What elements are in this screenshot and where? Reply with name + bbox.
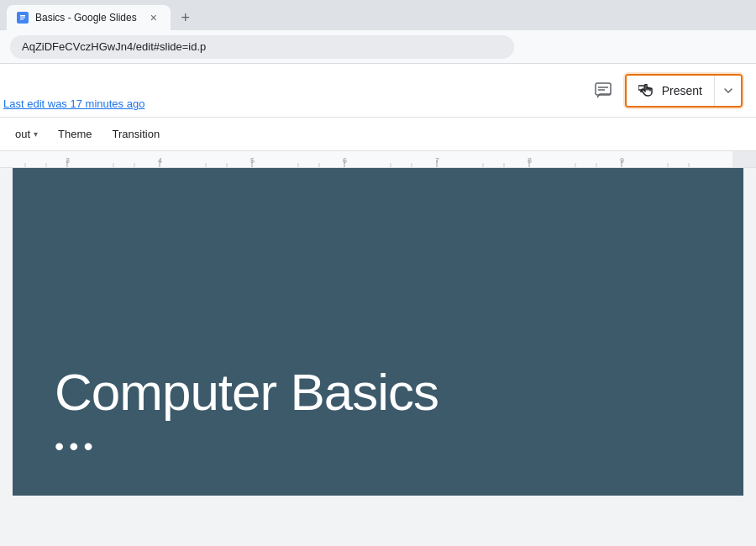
slide-title: Computer Basics (55, 364, 438, 421)
svg-text:8: 8 (528, 156, 532, 165)
tab-title: Basics - Google Slides (35, 12, 137, 24)
svg-rect-40 (732, 151, 756, 168)
tab-close-button[interactable]: × (147, 11, 160, 24)
svg-text:6: 6 (343, 156, 347, 165)
toolbar-row: out ▾ Theme Transition (0, 118, 756, 151)
address-bar-row: AqZiDFeCVczHGwJn4/edit#slide=id.p (0, 30, 756, 64)
comment-button[interactable] (588, 76, 618, 106)
present-label: Present (662, 84, 702, 97)
svg-rect-3 (20, 19, 24, 20)
slide-canvas[interactable]: Computer Basics ••• (13, 168, 743, 496)
tab-favicon (17, 12, 29, 24)
svg-text:5: 5 (250, 156, 255, 165)
svg-text:4: 4 (158, 156, 162, 165)
address-bar[interactable]: AqZiDFeCVczHGwJn4/edit#slide=id.p (10, 35, 514, 59)
app-header: Last edit was 17 minutes ago (0, 64, 756, 118)
active-tab[interactable]: Basics - Google Slides × (7, 5, 171, 30)
toolbar-theme-button[interactable]: Theme (50, 121, 100, 148)
ruler-svg: 3 4 5 6 7 8 9 (0, 151, 756, 168)
browser-chrome: Basics - Google Slides × + AqZiDFeCVczHG… (0, 0, 756, 64)
svg-text:9: 9 (620, 156, 624, 165)
svg-rect-1 (20, 15, 25, 17)
present-button-wrapper: Present (625, 74, 743, 108)
header-right: Present (588, 74, 743, 108)
layout-chevron: ▾ (34, 129, 38, 139)
slide-area: Computer Basics ••• (0, 168, 756, 496)
svg-text:7: 7 (435, 156, 439, 165)
chevron-down-icon (724, 88, 732, 93)
present-icon (638, 84, 655, 97)
present-button[interactable]: Present (627, 76, 714, 106)
new-tab-button[interactable]: + (174, 6, 197, 29)
svg-rect-2 (20, 18, 25, 18)
toolbar-transition-button[interactable]: Transition (104, 121, 169, 148)
toolbar-layout-button[interactable]: out ▾ (7, 121, 46, 148)
tab-bar: Basics - Google Slides × + (0, 0, 756, 30)
ruler: 3 4 5 6 7 8 9 (0, 151, 756, 168)
svg-text:3: 3 (66, 156, 70, 165)
last-edit-status: Last edit was 17 minutes ago (0, 97, 144, 110)
present-dropdown-button[interactable] (714, 76, 741, 106)
svg-rect-4 (596, 83, 611, 95)
slide-subtitle: ••• (55, 431, 98, 462)
